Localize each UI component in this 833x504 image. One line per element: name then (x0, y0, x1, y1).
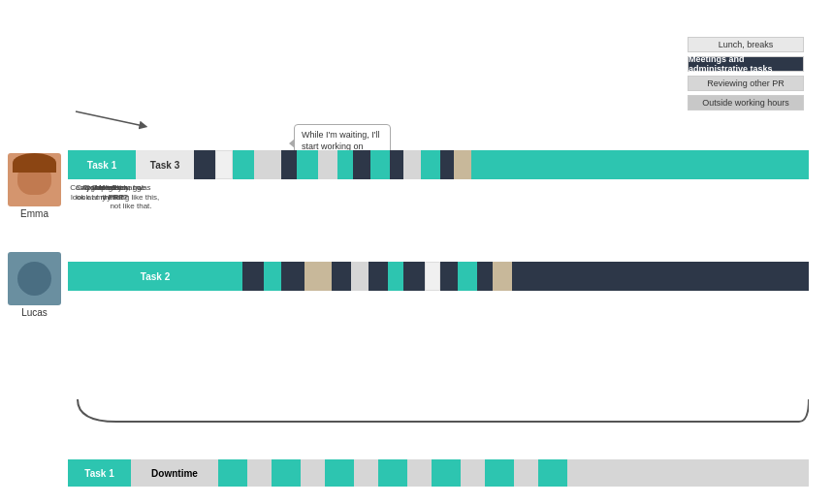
lucas-seg3 (281, 262, 304, 291)
bottom-seg9 (432, 459, 461, 487)
emma-seg14 (440, 150, 454, 179)
svg-line-0 (76, 111, 144, 126)
emma-task1-bar: Task 1 (68, 150, 136, 179)
bubble-arrow-svg (71, 107, 148, 136)
emma-seg7 (318, 150, 337, 179)
lucas-seg5 (332, 262, 351, 291)
emma-seg12 (403, 150, 421, 179)
bottom-seg3 (272, 459, 301, 487)
lucas-person: Lucas (8, 252, 61, 318)
bottom-seg1 (218, 459, 247, 487)
bottom-seg11 (485, 459, 514, 487)
legend-label-outside: Outside working hours (702, 98, 789, 108)
lucas-seg1 (242, 262, 264, 291)
emma-seg6 (297, 150, 318, 179)
bottom-seg4 (301, 459, 325, 487)
bottom-seg7 (378, 459, 407, 487)
bottom-seg12 (514, 459, 538, 487)
brace-svg (68, 394, 809, 428)
legend-box-lunch: Lunch, breaks (688, 37, 804, 52)
bottom-seg13 (538, 459, 567, 487)
emma-seg2 (215, 150, 233, 179)
bottom-seg8 (407, 459, 432, 487)
lucas-seg9 (403, 262, 425, 291)
bottom-seg5 (325, 459, 354, 487)
bottom-gantt-row: Task 1 Downtime (68, 459, 809, 487)
bottom-task1-label: Task 1 (84, 468, 113, 479)
lucas-task2-bar: Task 2 (68, 262, 242, 291)
emma-seg5 (281, 150, 297, 179)
main-container: Lunch, breaks Meetings and administrativ… (0, 0, 833, 504)
emma-avatar (8, 153, 61, 206)
legend-box-outside: Outside working hours (688, 95, 804, 110)
legend-box-meetings: Meetings and administrative tasks (688, 56, 804, 72)
bottom-seg6 (354, 459, 378, 487)
legend-label-lunch: Lunch, breaks (719, 40, 774, 49)
lucas-label: Lucas (21, 307, 48, 318)
lucas-seg11 (440, 262, 458, 291)
legend-label-meetings: Meetings and administrative tasks (689, 54, 803, 74)
legend-item-reviewing: Reviewing other PR (688, 76, 804, 91)
emma-seg3 (233, 150, 254, 179)
lucas-seg8 (388, 262, 403, 291)
lucas-seg6 (351, 262, 368, 291)
legend-item-meetings: Meetings and administrative tasks (688, 56, 804, 72)
bottom-seg2 (247, 459, 272, 487)
legend: Lunch, breaks Meetings and administrativ… (688, 37, 804, 110)
legend-item-lunch: Lunch, breaks (688, 37, 804, 52)
bottom-seg14 (567, 459, 809, 487)
lucas-task2-label: Task 2 (141, 271, 170, 282)
lucas-seg7 (368, 262, 388, 291)
lucas-seg13 (477, 262, 493, 291)
emma-seg4 (254, 150, 281, 179)
emma-seg16 (471, 150, 809, 179)
emma-seg11 (390, 150, 403, 179)
lucas-seg15 (512, 262, 809, 291)
lucas-seg14 (493, 262, 512, 291)
lucas-seg4 (304, 262, 332, 291)
emma-gantt-row: Task 1 Task 3 (68, 150, 809, 179)
emma-seg15 (454, 150, 471, 179)
emma-task3-label: Task 3 (150, 160, 179, 171)
lucas-seg12 (458, 262, 477, 291)
emma-seg10 (370, 150, 390, 179)
legend-box-reviewing: Reviewing other PR (688, 76, 804, 91)
bottom-downtime-label: Downtime (151, 468, 198, 479)
emma-label: Emma (20, 208, 48, 219)
emma-seg13 (421, 150, 440, 179)
emma-seg9 (353, 150, 370, 179)
lucas-seg2 (264, 262, 281, 291)
legend-label-reviewing: Reviewing other PR (707, 79, 785, 88)
bottom-seg10 (461, 459, 485, 487)
bottom-downtime-bar: Downtime (131, 459, 218, 487)
bottom-task1-bar: Task 1 (68, 459, 131, 487)
lucas-gantt-row: Task 2 (68, 262, 809, 291)
emma-comment-7: Merged (68, 183, 121, 193)
lucas-seg10 (425, 262, 440, 291)
legend-item-outside: Outside working hours (688, 95, 804, 110)
emma-task3-bar: Task 3 (136, 150, 194, 179)
emma-person: Emma (8, 153, 61, 219)
emma-task1-label: Task 1 (87, 160, 116, 171)
emma-seg8 (337, 150, 353, 179)
lucas-avatar (8, 252, 61, 305)
emma-seg1 (194, 150, 215, 179)
